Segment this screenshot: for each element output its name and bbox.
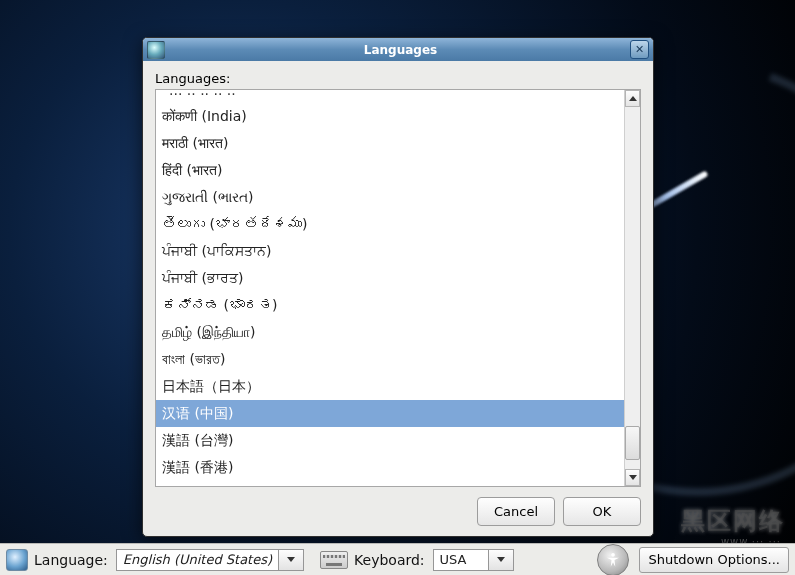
- list-item[interactable]: 漢語 (香港): [156, 454, 624, 481]
- person-icon: [604, 551, 622, 569]
- close-icon: ✕: [635, 43, 644, 56]
- chevron-down-icon: [629, 475, 637, 480]
- dialog-body: Languages: ˇ··· ·· ·· ·· ··कोंकणी (India…: [143, 61, 653, 536]
- chevron-down-icon: [497, 557, 505, 562]
- list-item[interactable]: ਪੰਜਾਬੀ (ਭਾਰਤ): [156, 265, 624, 292]
- svg-point-0: [612, 552, 616, 556]
- language-combo[interactable]: English (United States): [116, 549, 304, 571]
- list-item[interactable]: ಕನ್ನಡ (ಭಾರತ): [156, 292, 624, 319]
- scroll-up-button[interactable]: [625, 90, 640, 107]
- scroll-down-button[interactable]: [625, 469, 640, 486]
- cancel-button[interactable]: Cancel: [477, 497, 555, 526]
- list-item[interactable]: कोंकणी (India): [156, 103, 624, 130]
- list-item[interactable]: తెలుగు (భారతదేశము): [156, 211, 624, 238]
- ok-button[interactable]: OK: [563, 497, 641, 526]
- dialog-button-row: Cancel OK: [155, 487, 641, 526]
- list-item[interactable]: বাংলা (ভারত): [156, 346, 624, 373]
- keyboard-icon: [320, 551, 348, 569]
- keyboard-combo-value: USA: [433, 549, 488, 571]
- close-button[interactable]: ✕: [630, 40, 649, 59]
- language-combo-button[interactable]: [278, 549, 304, 571]
- dialog-titlebar[interactable]: Languages ✕: [143, 38, 653, 61]
- list-item[interactable]: मराठी (भारत): [156, 130, 624, 157]
- list-item[interactable]: हिंदी (भारत): [156, 157, 624, 184]
- accessibility-icon[interactable]: [597, 544, 629, 576]
- dialog-title: Languages: [171, 43, 630, 57]
- language-combo-value: English (United States): [116, 549, 278, 571]
- scroll-track[interactable]: [625, 107, 640, 469]
- shutdown-options-button[interactable]: Shutdown Options...: [639, 547, 789, 573]
- list-label: Languages:: [155, 71, 641, 86]
- desktop-background: Languages ✕ Languages: ˇ··· ·· ·· ·· ··क…: [0, 0, 795, 575]
- list-item[interactable]: 汉语 (中国): [156, 400, 624, 427]
- list-item[interactable]: ગુજરાતી (ભારત): [156, 184, 624, 211]
- bottom-panel: Language: English (United States) Keyboa…: [0, 543, 795, 575]
- keyboard-combo-button[interactable]: [488, 549, 514, 571]
- list-item[interactable]: தமிழ் (இந்தியா): [156, 319, 624, 346]
- list-item[interactable]: 日本語（日本）: [156, 373, 624, 400]
- watermark-text: 黑区网络: [681, 505, 785, 537]
- scroll-thumb[interactable]: [625, 426, 640, 460]
- chevron-down-icon: [287, 557, 295, 562]
- list-item[interactable]: 漢語 (台灣): [156, 427, 624, 454]
- chevron-up-icon: [629, 96, 637, 101]
- keyboard-label: Keyboard:: [354, 552, 425, 568]
- keyboard-combo[interactable]: USA: [433, 549, 514, 571]
- list-item[interactable]: ˇ··· ·· ·· ·· ··: [156, 90, 624, 103]
- language-icon: [6, 549, 28, 571]
- language-list[interactable]: ˇ··· ·· ·· ·· ··कोंकणी (India)मराठी (भार…: [156, 90, 624, 486]
- dialog-icon: [147, 41, 165, 59]
- language-label: Language:: [34, 552, 108, 568]
- list-item[interactable]: ਪੰਜਾਬੀ (ਪਾਕਿਸਤਾਨ): [156, 238, 624, 265]
- language-list-container: ˇ··· ·· ·· ·· ··कोंकणी (India)मराठी (भार…: [155, 89, 641, 487]
- languages-dialog: Languages ✕ Languages: ˇ··· ·· ·· ·· ··क…: [142, 37, 654, 537]
- scrollbar[interactable]: [624, 90, 640, 486]
